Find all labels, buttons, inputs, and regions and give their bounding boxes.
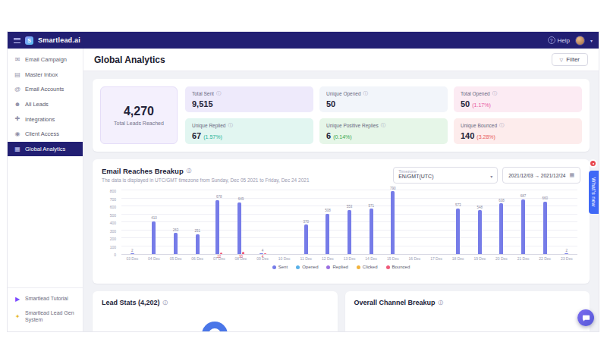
sent-bar[interactable]	[174, 233, 178, 254]
sent-bar[interactable]	[521, 199, 525, 254]
bar-group-18-dec[interactable]: 573	[447, 191, 469, 254]
bounced-bar[interactable]	[264, 253, 266, 254]
total-leads-value: 4,270	[124, 105, 154, 118]
legend-label: Sent	[278, 265, 288, 269]
bar-group-08-dec[interactable]: 649 30	[230, 191, 252, 254]
bar-group-13-dec[interactable]: 553	[338, 191, 360, 254]
chevron-down-icon[interactable]: ▾	[590, 38, 593, 43]
bar-group-05-dec[interactable]: 263	[165, 191, 187, 254]
sidebar-item-integrations[interactable]: ✚ Integrations	[8, 111, 83, 127]
chart-heading: Email Reaches Breakup ⓘ The data is disp…	[102, 167, 310, 183]
info-icon[interactable]: ⓘ	[228, 122, 233, 129]
legend-item-clicked[interactable]: Clicked	[357, 265, 378, 269]
sidebar-item-label: Smartlead Lead Gen System	[25, 310, 77, 323]
summary-panel: 4,270 Total Leads Reached Total Sent ⓘ 9…	[93, 79, 590, 152]
info-icon[interactable]: ⓘ	[381, 122, 386, 129]
sent-bar[interactable]	[456, 209, 460, 254]
bar-group-19-dec[interactable]: 548	[469, 191, 491, 254]
whats-new-tab[interactable]: What's new	[589, 171, 599, 214]
sent-bar[interactable]	[565, 253, 568, 254]
sent-bar[interactable]	[215, 200, 219, 254]
sent-bar[interactable]	[370, 209, 373, 254]
bar-group-17-dec[interactable]	[426, 191, 448, 254]
bar-group-07-dec[interactable]: 678 22	[209, 191, 231, 254]
bar-group-04-dec[interactable]: 410	[143, 191, 165, 254]
stat-card-unique-replied: Unique Replied ⓘ 67(1.57%)	[185, 118, 313, 144]
sidebar-item-smartlead-lead-gen-system[interactable]: ✦ Smartlead Lead Gen System	[8, 306, 83, 327]
sidebar-item-client-access[interactable]: ◉ Client Access	[8, 127, 83, 142]
sidebar-footer: ▶ Smartlead Tutorial✦ Smartlead Lead Gen…	[8, 287, 83, 331]
sidebar-item-smartlead-tutorial[interactable]: ▶ Smartlead Tutorial	[8, 292, 83, 307]
page-header: Global Analytics ▽ Filter	[83, 49, 599, 71]
user-avatar[interactable]	[575, 36, 585, 46]
bounced-bar[interactable]	[220, 253, 222, 254]
sent-bar[interactable]	[478, 210, 482, 254]
notification-badge[interactable]	[589, 159, 597, 168]
info-icon[interactable]: ⓘ	[499, 122, 505, 129]
bar-group-16-dec[interactable]	[404, 191, 426, 254]
sidebar-item-email-campaign[interactable]: ✉ Email Campaign	[8, 52, 83, 67]
bar-group-15-dec[interactable]: 790	[382, 191, 404, 254]
stat-card-unique-positive-replies: Unique Positive Replies ⓘ 6(0.14%)	[319, 118, 448, 144]
bar-value-label: 649	[238, 197, 244, 201]
sent-bar[interactable]	[304, 224, 308, 254]
sent-bar[interactable]	[348, 210, 351, 254]
legend-item-bounced[interactable]: Bounced	[386, 265, 410, 269]
info-icon[interactable]: ⓘ	[439, 300, 444, 306]
info-icon[interactable]: ⓘ	[163, 300, 168, 306]
filter-button[interactable]: ▽ Filter	[552, 53, 588, 66]
x-tick-label: 19 Dec	[469, 256, 491, 261]
sent-bar[interactable]	[237, 202, 241, 254]
bounced-bar[interactable]	[242, 252, 244, 254]
sidebar-item-master-inbox[interactable]: ▤ Master Inbox	[8, 67, 83, 83]
chart-subtitle: The data is displayed in UTC/GMT timezon…	[102, 177, 310, 183]
sidebar-item-email-accounts[interactable]: @ Email Accounts	[8, 82, 83, 97]
bar-group-22-dec[interactable]: 660	[534, 191, 556, 254]
bar-group-21-dec[interactable]: 687	[512, 191, 534, 254]
total-leads-label: Total Leads Reached	[114, 121, 164, 126]
menu-icon[interactable]	[14, 38, 20, 43]
chat-fab-button[interactable]	[577, 309, 594, 326]
bar-group-20-dec[interactable]: 638	[491, 191, 513, 254]
bar-group-11-dec[interactable]: 370	[295, 191, 317, 254]
bar-value-label: 548	[477, 206, 483, 209]
sidebar-item-all-leads[interactable]: ☻ All Leads	[8, 97, 83, 112]
help-button[interactable]: ? Help	[548, 36, 570, 44]
legend-label: Opened	[302, 265, 318, 269]
sent-bar[interactable]	[543, 202, 547, 254]
info-icon[interactable]: ⓘ	[187, 168, 192, 174]
x-tick-label: 20 Dec	[491, 256, 513, 261]
info-icon[interactable]: ⓘ	[216, 90, 222, 97]
legend-label: Replied	[332, 265, 348, 269]
bar-group-03-dec[interactable]: 2	[121, 191, 143, 254]
date-range-picker[interactable]: 2021/12/03 → 2021/12/24 ▦	[502, 167, 580, 184]
funnel-icon: ▽	[560, 57, 564, 62]
sent-bar[interactable]	[499, 203, 503, 254]
bar-group-12-dec[interactable]: 508	[317, 191, 339, 254]
top-bar: S Smartlead.ai ? Help ▾	[8, 32, 599, 49]
sent-bar[interactable]	[391, 191, 395, 254]
sent-bar[interactable]	[196, 234, 200, 254]
app-window: S Smartlead.ai ? Help ▾ ✉ Email Campaign…	[8, 32, 599, 331]
info-icon[interactable]: ⓘ	[363, 90, 369, 97]
sent-bar[interactable]	[326, 214, 329, 254]
chat-icon	[582, 314, 590, 322]
legend-item-opened[interactable]: Opened	[296, 265, 318, 269]
timezone-select[interactable]: Timezone EN/GMT(UTC) ▾	[393, 167, 498, 184]
bar-group-23-dec[interactable]: 2	[556, 191, 578, 254]
legend-item-sent[interactable]: Sent	[272, 265, 288, 269]
stat-card-unique-bounced: Unique Bounced ⓘ 140(3.28%)	[454, 118, 582, 144]
bar-group-09-dec[interactable]: 4 4	[252, 191, 274, 254]
sent-bar[interactable]	[152, 221, 156, 254]
sent-bar[interactable]	[259, 253, 263, 254]
legend-item-replied[interactable]: Replied	[326, 265, 348, 269]
bar-value-label: 2	[566, 249, 568, 253]
sidebar-item-global-analytics[interactable]: ▦ Global Analytics	[8, 142, 83, 157]
legend-dot-icon	[357, 265, 360, 269]
info-icon[interactable]: ⓘ	[492, 90, 498, 97]
bar-group-06-dec[interactable]: 251	[187, 191, 209, 254]
x-tick-label: 13 Dec	[338, 256, 360, 261]
bar-group-14-dec[interactable]: 571	[360, 191, 382, 254]
bar-group-10-dec[interactable]	[273, 191, 295, 254]
sent-bar[interactable]	[131, 253, 134, 254]
